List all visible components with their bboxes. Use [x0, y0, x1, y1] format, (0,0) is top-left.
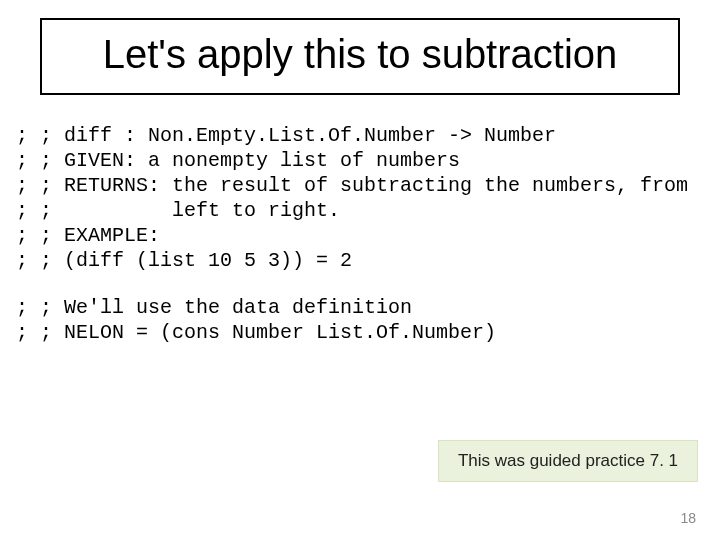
callout-box: This was guided practice 7. 1	[438, 440, 698, 482]
title-box: Let's apply this to subtraction	[40, 18, 680, 95]
code-block-2: ; ; We'll use the data definition ; ; NE…	[16, 295, 698, 345]
slide: Let's apply this to subtraction ; ; diff…	[0, 0, 720, 540]
page-title: Let's apply this to subtraction	[66, 32, 654, 77]
page-number: 18	[680, 510, 696, 526]
code-block-1: ; ; diff : Non.Empty.List.Of.Number -> N…	[16, 123, 698, 273]
